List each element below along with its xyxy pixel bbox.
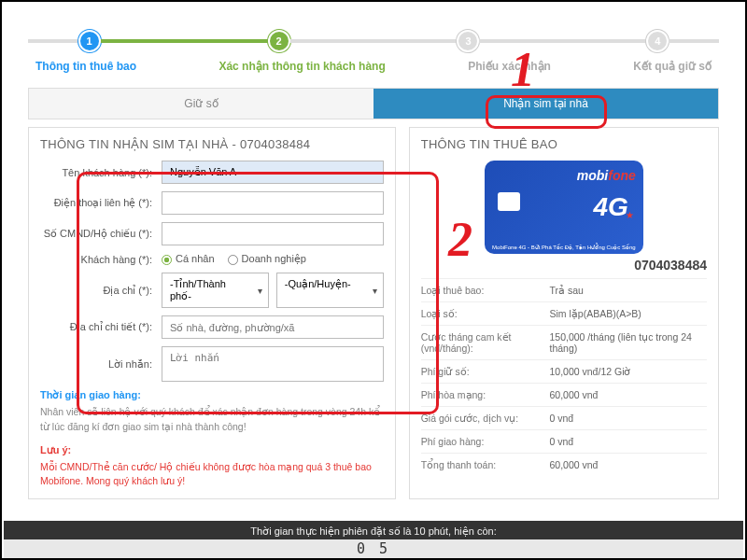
sim-chip-icon [498, 192, 520, 211]
radio-icon [228, 255, 238, 265]
customer-name-input[interactable] [162, 161, 384, 184]
note-text: Mỗi CMND/Thẻ căn cước/ Hộ chiếu không đư… [40, 460, 384, 490]
step-3-circle: 3 [457, 30, 479, 52]
form-title: THÔNG TIN NHẬN SIM TẠI NHÀ - 0704038484 [40, 137, 384, 151]
tab-hold-number[interactable]: Giữ số [29, 89, 374, 119]
radio-icon [162, 255, 172, 265]
step-2-label: Xác nhận thông tin khách hàng [218, 60, 385, 73]
countdown-text: Thời gian thực hiện phiên đặt số là 10 p… [4, 525, 743, 538]
delivery-time-text: Nhân viên sẽ liên hệ với quý khách để xá… [40, 405, 384, 435]
progress-stepper: 1 2 3 4 [28, 30, 719, 52]
step-3-label: Phiếu xác nhận [468, 60, 551, 73]
step-4-circle: 4 [646, 30, 669, 52]
sim-card-image: mobifone 4G ★ MobiFone 4G - Bứt Phá Tốc … [485, 161, 643, 254]
message-label: Lời nhắn: [40, 358, 152, 371]
phone-number: 0704038484 [421, 258, 707, 273]
city-select[interactable]: -Tỉnh/Thành phố- [162, 273, 269, 308]
address-label: Địa chỉ (*): [40, 285, 152, 297]
delivery-time-heading: Thời gian giao hàng: [40, 389, 384, 401]
form-panel: THÔNG TIN NHẬN SIM TẠI NHÀ - 0704038484 … [28, 127, 396, 499]
countdown-bar: Thời gian thực hiện phiên đặt số là 10 p… [4, 521, 743, 558]
contact-phone-input[interactable] [162, 191, 384, 215]
step-1-circle: 1 [78, 30, 101, 52]
message-input[interactable] [162, 346, 384, 382]
detail-address-label: Địa chỉ chi tiết (*): [40, 321, 152, 333]
countdown-timer: 0 5 [4, 539, 743, 558]
district-select[interactable]: -Quận/Huyện- [276, 273, 384, 308]
step-2-circle: 2 [268, 30, 290, 52]
contact-phone-label: Điện thoại liên hệ (*): [40, 197, 152, 209]
note-heading: Lưu ý: [40, 444, 384, 456]
radio-business[interactable]: Doanh nghiệp [228, 253, 306, 265]
detail-address-input[interactable] [162, 315, 384, 339]
subscriber-panel: THÔNG TIN THUÊ BAO mobifone 4G ★ MobiFon… [409, 127, 719, 499]
radio-personal[interactable]: Cá nhân [162, 253, 215, 265]
tab-receive-sim[interactable]: Nhận sim tại nhà [374, 89, 718, 119]
id-number-label: Số CMND/Hộ chiếu (*): [40, 228, 152, 240]
customer-type-label: Khách hàng (*): [40, 254, 152, 265]
customer-name-label: Tên khách hàng (*): [40, 167, 152, 178]
subscriber-title: THÔNG TIN THUÊ BAO [421, 137, 707, 151]
step-1-label: Thông tin thuê bao [35, 60, 136, 73]
id-number-input[interactable] [162, 222, 384, 245]
sim-4g-label: 4G [593, 192, 627, 222]
step-4-label: Kết quả giữ số [633, 60, 712, 73]
step-labels: Thông tin thuê bao Xác nhận thông tin kh… [28, 60, 719, 73]
